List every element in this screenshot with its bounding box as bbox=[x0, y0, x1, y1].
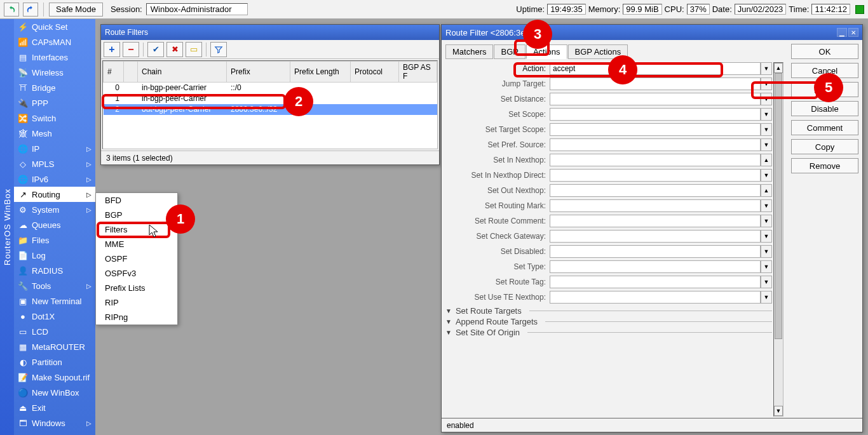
expand-icon[interactable]: ▼ bbox=[445, 318, 452, 325]
tab-matchers[interactable]: Matchers bbox=[445, 44, 493, 59]
scroll-up-icon[interactable]: ▲ bbox=[774, 63, 783, 73]
action-dropdown-icon[interactable]: ▼ bbox=[761, 62, 772, 75]
field-input[interactable] bbox=[550, 138, 761, 151]
sidebar-item-ip[interactable]: 🌐IP▷ bbox=[14, 141, 95, 156]
sidebar-item-mpls[interactable]: ◇MPLS▷ bbox=[14, 156, 95, 171]
field-input[interactable] bbox=[550, 154, 761, 166]
dropdown-icon[interactable]: ▼ bbox=[761, 215, 772, 227]
sidebar-item-radius[interactable]: 👤RADIUS bbox=[14, 263, 95, 278]
submenu-item-filters[interactable]: Filters bbox=[96, 222, 177, 237]
route-filters-table[interactable]: #ChainPrefixPrefix LengthProtocolBGP AS … bbox=[102, 60, 438, 149]
sidebar-item-queues[interactable]: ☁Queues bbox=[14, 217, 95, 232]
field-input[interactable] bbox=[550, 215, 761, 227]
sidebar-item-switch[interactable]: 🔀Switch bbox=[14, 110, 95, 126]
field-input[interactable] bbox=[550, 199, 761, 212]
sidebar-item-tools[interactable]: 🔧Tools▷ bbox=[14, 278, 95, 293]
tab-bgp[interactable]: BGP bbox=[494, 44, 525, 59]
field-input[interactable] bbox=[550, 230, 761, 243]
column-header[interactable]: BGP AS F bbox=[399, 62, 437, 83]
field-input[interactable] bbox=[550, 93, 761, 105]
scroll-down-icon[interactable]: ▼ bbox=[774, 406, 783, 416]
enable-button[interactable]: ✔ bbox=[147, 42, 164, 57]
submenu-item-bfd[interactable]: BFD bbox=[96, 193, 177, 208]
dropdown-icon[interactable]: ▼ bbox=[761, 123, 772, 136]
dropdown-icon[interactable]: ▼ bbox=[761, 260, 772, 273]
cancel-button[interactable]: Cancel bbox=[791, 63, 858, 78]
dropdown-icon[interactable]: ▼ bbox=[761, 169, 772, 182]
column-header[interactable]: Prefix bbox=[227, 62, 290, 83]
redo-button[interactable] bbox=[23, 3, 38, 17]
tab-actions[interactable]: Actions bbox=[526, 44, 567, 59]
submenu-item-mme[interactable]: MME bbox=[96, 237, 177, 251]
sidebar-item-system[interactable]: ⚙System▷ bbox=[14, 202, 95, 217]
sidebar-item-new-winbox[interactable]: 🔵New WinBox bbox=[14, 385, 95, 400]
sidebar-item-mesh[interactable]: 🕸Mesh bbox=[14, 126, 95, 141]
field-input[interactable] bbox=[550, 77, 761, 90]
action-input[interactable] bbox=[550, 62, 761, 75]
field-input[interactable] bbox=[550, 184, 761, 197]
submenu-item-rip[interactable]: RIP bbox=[96, 295, 177, 310]
filter-button[interactable] bbox=[210, 42, 227, 57]
sidebar-item-partition[interactable]: ◐Partition bbox=[14, 354, 95, 370]
sidebar-item-log[interactable]: 📄Log bbox=[14, 248, 95, 263]
remove-button[interactable]: − bbox=[123, 42, 139, 57]
field-input[interactable] bbox=[550, 245, 761, 258]
remove-button[interactable]: Remove bbox=[791, 158, 858, 173]
tab-bgp-actions[interactable]: BGP Actions bbox=[568, 44, 628, 59]
table-row[interactable]: 1in-bgp-peer-Carrier bbox=[104, 93, 437, 104]
disable-button[interactable]: ✖ bbox=[166, 42, 183, 57]
field-input[interactable] bbox=[550, 108, 761, 121]
dropdown-icon[interactable]: ▼ bbox=[761, 93, 772, 105]
dropdown-icon[interactable]: ▲ bbox=[761, 184, 772, 197]
dropdown-icon[interactable]: ▼ bbox=[761, 276, 772, 288]
sidebar-item-bridge[interactable]: ⛩Bridge bbox=[14, 80, 95, 95]
comment-button[interactable]: ▭ bbox=[186, 42, 202, 57]
window-title[interactable]: Route Filters bbox=[101, 25, 439, 40]
field-input[interactable] bbox=[550, 291, 761, 304]
submenu-item-bgp[interactable]: BGP bbox=[96, 208, 177, 222]
field-input[interactable] bbox=[550, 276, 761, 288]
dropdown-icon[interactable]: ▼ bbox=[761, 291, 772, 304]
field-input[interactable] bbox=[550, 169, 761, 182]
expand-icon[interactable]: ▼ bbox=[445, 329, 452, 336]
column-header[interactable]: Chain bbox=[138, 62, 227, 83]
field-input[interactable] bbox=[550, 123, 761, 136]
sidebar-item-files[interactable]: 📁Files bbox=[14, 232, 95, 248]
column-header[interactable]: # bbox=[104, 62, 124, 83]
form-scrollbar[interactable]: ▲ ▼ bbox=[773, 62, 783, 417]
disable-button[interactable]: Disable bbox=[791, 101, 858, 116]
sidebar-item-routing[interactable]: ↗Routing▷ bbox=[14, 187, 95, 202]
sidebar-item-ppp[interactable]: 🔌PPP bbox=[14, 95, 95, 110]
dropdown-icon[interactable]: ▲ bbox=[761, 154, 772, 166]
submenu-item-ripng[interactable]: RIPng bbox=[96, 310, 177, 325]
sidebar-item-interfaces[interactable]: ▤Interfaces bbox=[14, 50, 95, 65]
add-button[interactable]: + bbox=[104, 42, 120, 57]
sidebar-item-new-terminal[interactable]: ▣New Terminal bbox=[14, 293, 95, 309]
dropdown-icon[interactable]: ▼ bbox=[761, 245, 772, 258]
table-row[interactable]: 0in-bgp-peer-Carrier::/0 bbox=[104, 83, 437, 93]
column-header[interactable]: Prefix Length bbox=[290, 62, 351, 83]
expand-icon[interactable]: ▼ bbox=[445, 307, 452, 314]
dropdown-icon[interactable]: ▼ bbox=[761, 230, 772, 243]
sidebar-item-metarouter[interactable]: ▦MetaROUTER bbox=[14, 339, 95, 354]
dropdown-icon[interactable]: ▼ bbox=[761, 108, 772, 121]
sidebar-item-windows[interactable]: 🗔Windows▷ bbox=[14, 415, 95, 431]
apply-button[interactable]: Apply bbox=[791, 82, 858, 97]
dropdown-icon[interactable]: ▼ bbox=[761, 199, 772, 212]
sidebar-item-capsman[interactable]: 📶CAPsMAN bbox=[14, 34, 95, 50]
dropdown-icon[interactable]: ▼ bbox=[761, 138, 772, 151]
submenu-item-prefix-lists[interactable]: Prefix Lists bbox=[96, 281, 177, 295]
undo-button[interactable] bbox=[4, 3, 19, 17]
column-header[interactable]: Protocol bbox=[351, 62, 399, 83]
close-icon[interactable]: ✕ bbox=[848, 28, 858, 37]
field-input[interactable] bbox=[550, 260, 761, 273]
ok-button[interactable]: OK bbox=[791, 44, 858, 59]
minimize-icon[interactable]: ▁ bbox=[837, 28, 847, 37]
copy-button[interactable]: Copy bbox=[791, 139, 858, 154]
safe-mode-button[interactable]: Safe Mode bbox=[49, 3, 103, 17]
table-row[interactable]: 2out-bgp-peer-Carrier2806:3e6::/32 bbox=[104, 104, 437, 115]
sidebar-item-dot1x[interactable]: ●Dot1X bbox=[14, 309, 95, 324]
sidebar-item-exit[interactable]: ⏏Exit bbox=[14, 400, 95, 415]
sidebar-item-ipv6[interactable]: 🌐IPv6▷ bbox=[14, 171, 95, 187]
sidebar-item-wireless[interactable]: 📡Wireless bbox=[14, 65, 95, 80]
